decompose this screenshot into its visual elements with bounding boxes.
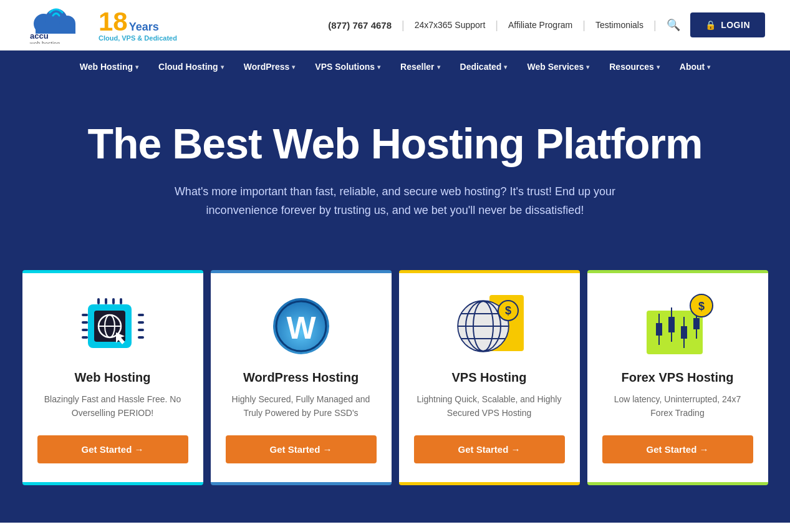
svg-rect-43 (681, 326, 687, 339)
nav-label-reseller: Reseller (400, 62, 434, 72)
logo-icon: accu web hosting (25, 6, 94, 44)
separator-2: | (495, 19, 498, 32)
affiliate-link[interactable]: Affiliate Program (508, 20, 572, 30)
chevron-down-icon: ▾ (292, 64, 295, 70)
svg-rect-20 (97, 298, 100, 304)
forex-hosting-icon: $ (640, 292, 715, 360)
svg-text:W: W (286, 311, 316, 346)
years-label: Years (129, 21, 159, 32)
separator-1: | (402, 19, 405, 32)
separator-3: | (582, 19, 585, 32)
chevron-down-icon: ▾ (586, 64, 589, 70)
wordpress-hosting-icon-wrap: W (264, 292, 339, 360)
card-vps-button[interactable]: Get Started → (414, 435, 565, 463)
nav-item-reseller[interactable]: Reseller ▾ (390, 51, 450, 83)
svg-text:accu: accu (30, 31, 49, 41)
card-forex-hosting: $ Forex VPS Hosting Low latency, Uninter… (587, 270, 768, 485)
web-hosting-icon-wrap (75, 292, 150, 360)
svg-rect-19 (138, 336, 144, 339)
card-forex-desc: Low latency, Uninterrupted, 24x7 Forex T… (602, 392, 753, 420)
card-web-hosting: Web Hosting Blazingly Fast and Hassle Fr… (22, 270, 203, 485)
nav-item-cloud-hosting[interactable]: Cloud Hosting ▾ (148, 51, 234, 83)
separator-4: | (653, 19, 657, 32)
nav-bar: Web Hosting ▾ Cloud Hosting ▾ WordPress … (0, 51, 790, 83)
svg-text:$: $ (698, 300, 704, 312)
svg-rect-21 (105, 298, 107, 304)
chevron-down-icon: ▾ (504, 64, 507, 70)
years-number: 18 (99, 9, 128, 35)
nav-label-resources: Resources (609, 62, 654, 72)
logo-area: accu web hosting 18 Years Cloud, VPS & D… (25, 6, 177, 44)
support-link[interactable]: 24x7x365 Support (415, 20, 486, 30)
chevron-down-icon: ▾ (657, 64, 660, 70)
card-web-hosting-desc: Blazingly Fast and Hassle Free. No Overs… (37, 392, 188, 420)
card-web-hosting-button[interactable]: Get Started → (37, 435, 188, 463)
nav-label-web-services: Web Services (527, 62, 584, 72)
card-forex-title: Forex VPS Hosting (621, 370, 733, 385)
card-vps-hosting: $ VPS Hosting Lightning Quick, Scalable,… (399, 270, 580, 485)
card-web-hosting-title: Web Hosting (75, 370, 151, 385)
card-vps-desc: Lightning Quick, Scalable, and Highly Se… (414, 392, 565, 420)
svg-text:$: $ (504, 304, 511, 317)
card-wordpress-hosting: W WordPress Hosting Highly Secured, Full… (211, 270, 392, 485)
logo-years: 18 Years Cloud, VPS & Dedicated (99, 9, 177, 42)
vps-hosting-icon: $ (452, 292, 527, 360)
nav-label-vps-solutions: VPS Solutions (315, 62, 375, 72)
search-icon[interactable]: 🔍 (667, 18, 680, 32)
svg-rect-18 (138, 329, 144, 331)
svg-rect-41 (668, 317, 675, 332)
nav-label-cloud-hosting: Cloud Hosting (158, 62, 218, 72)
hero-section: The Best Web Hosting Platform What's mor… (0, 83, 790, 270)
chevron-down-icon: ▾ (437, 64, 440, 70)
nav-label-web-hosting: Web Hosting (80, 62, 133, 72)
svg-rect-14 (82, 329, 88, 331)
svg-rect-13 (82, 321, 88, 324)
top-bar: accu web hosting 18 Years Cloud, VPS & D… (0, 0, 790, 51)
nav-item-web-hosting[interactable]: Web Hosting ▾ (70, 51, 148, 83)
chevron-down-icon: ▾ (707, 64, 710, 70)
brand-tagline: Cloud, VPS & Dedicated (99, 35, 177, 42)
svg-rect-17 (138, 321, 144, 324)
hero-subtitle: What's more important than fast, reliabl… (146, 182, 645, 220)
card-forex-button[interactable]: Get Started → (602, 435, 753, 463)
card-wordpress-desc: Highly Secured, Fully Managed and Truly … (226, 392, 377, 420)
nav-item-wordpress[interactable]: WordPress ▾ (234, 51, 306, 83)
cards-wrapper: Web Hosting Blazingly Fast and Hassle Fr… (15, 270, 776, 485)
phone-number[interactable]: (877) 767 4678 (328, 20, 392, 31)
hero-title: The Best Web Hosting Platform (25, 120, 765, 167)
top-right: (877) 767 4678 | 24x7x365 Support | Affi… (328, 12, 765, 37)
nav-item-resources[interactable]: Resources ▾ (599, 51, 670, 83)
svg-rect-12 (82, 314, 88, 316)
login-label: LOGIN (721, 20, 750, 30)
svg-rect-15 (82, 336, 88, 339)
card-vps-title: VPS Hosting (451, 370, 526, 385)
card-wordpress-title: WordPress Hosting (243, 370, 359, 385)
svg-text:web hosting: web hosting (29, 41, 60, 44)
chevron-down-icon: ▾ (221, 64, 224, 70)
nav-item-dedicated[interactable]: Dedicated ▾ (450, 51, 518, 83)
wordpress-hosting-icon: W (264, 292, 339, 360)
nav-item-web-services[interactable]: Web Services ▾ (517, 51, 599, 83)
nav-label-dedicated: Dedicated (460, 62, 502, 72)
testimonials-link[interactable]: Testimonials (595, 20, 643, 30)
nav-item-vps-solutions[interactable]: VPS Solutions ▾ (305, 51, 390, 83)
vps-hosting-icon-wrap: $ (452, 292, 527, 360)
login-button[interactable]: 🔒 LOGIN (690, 12, 765, 37)
chevron-down-icon: ▾ (377, 64, 380, 70)
forex-hosting-icon-wrap: $ (640, 292, 715, 360)
cards-section: Web Hosting Blazingly Fast and Hassle Fr… (0, 270, 790, 523)
nav-label-wordpress: WordPress (244, 62, 290, 72)
svg-rect-22 (112, 298, 115, 304)
lock-icon: 🔒 (705, 20, 716, 30)
svg-rect-39 (656, 323, 662, 336)
svg-rect-23 (120, 298, 122, 304)
svg-rect-16 (138, 314, 144, 316)
nav-item-about[interactable]: About ▾ (670, 51, 720, 83)
web-hosting-icon (75, 292, 150, 360)
svg-rect-45 (693, 318, 700, 329)
card-wordpress-button[interactable]: Get Started → (226, 435, 377, 463)
nav-label-about: About (680, 62, 705, 72)
chevron-down-icon: ▾ (135, 64, 138, 70)
